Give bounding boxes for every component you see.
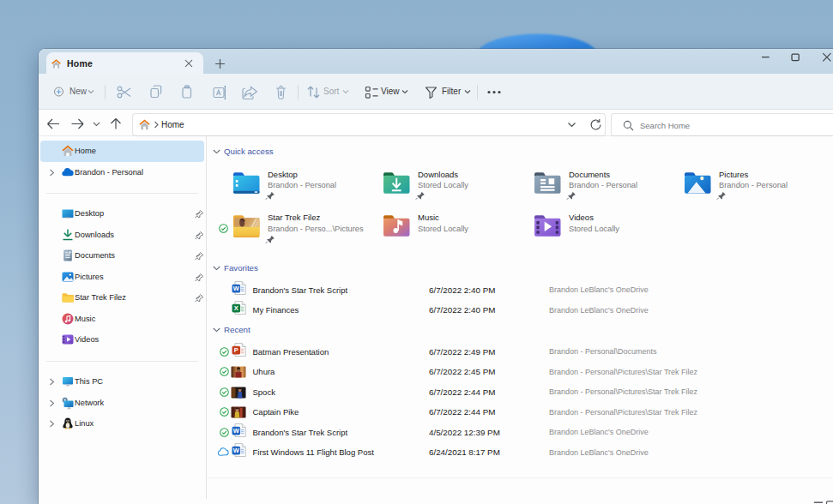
svg-text:W: W	[233, 427, 240, 435]
svg-text:W: W	[233, 447, 240, 454]
svg-text:P: P	[234, 346, 238, 354]
svg-text:W: W	[233, 285, 240, 292]
svg-text:X: X	[234, 304, 238, 312]
